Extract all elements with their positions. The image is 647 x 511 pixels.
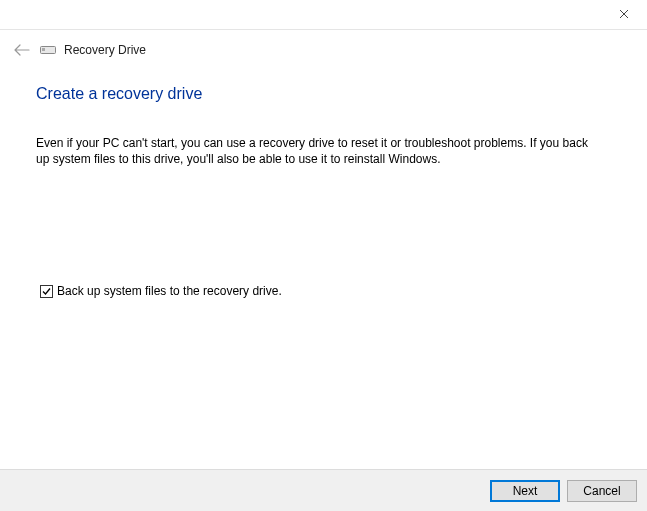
titlebar (0, 0, 647, 30)
window-title: Recovery Drive (64, 43, 146, 57)
back-button[interactable] (12, 40, 32, 60)
close-icon (619, 7, 629, 22)
close-button[interactable] (609, 4, 639, 26)
backup-checkbox[interactable] (40, 285, 53, 298)
back-arrow-icon (14, 44, 30, 56)
cancel-button[interactable]: Cancel (567, 480, 637, 502)
backup-checkbox-label: Back up system files to the recovery dri… (57, 284, 282, 298)
footer: Next Cancel (0, 469, 647, 511)
page-body-text: Even if your PC can't start, you can use… (36, 135, 596, 167)
page-heading: Create a recovery drive (36, 85, 611, 103)
header-row: Recovery Drive (12, 40, 635, 60)
drive-icon (40, 44, 56, 56)
checkmark-icon (41, 286, 52, 297)
next-button[interactable]: Next (490, 480, 560, 502)
backup-checkbox-row[interactable]: Back up system files to the recovery dri… (40, 284, 282, 298)
content-area: Create a recovery drive Even if your PC … (36, 85, 611, 167)
svg-rect-1 (42, 48, 45, 51)
